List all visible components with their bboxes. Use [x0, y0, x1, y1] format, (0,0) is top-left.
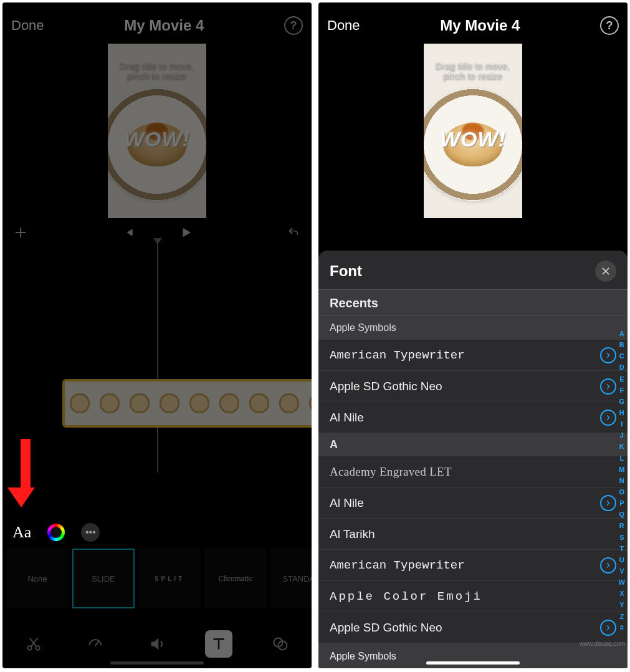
video-preview[interactable]: Drag title to move, pinch to resize WOW!	[108, 44, 206, 218]
index-letter[interactable]: Y	[619, 599, 625, 610]
title-preset[interactable]: Chromatic	[204, 549, 267, 608]
left-screenshot: Done My Movie 4 ? Drag title to move, pi…	[2, 2, 312, 668]
alphabet-index[interactable]: ABCDEFGHIJKLMNOPQRSTUVWXYZ#	[618, 290, 626, 643]
chevron-right-icon[interactable]	[600, 557, 616, 574]
chevron-right-icon[interactable]	[600, 378, 616, 395]
index-letter[interactable]: T	[619, 543, 625, 554]
title-preset[interactable]: STANDAR	[270, 549, 312, 608]
undo-icon[interactable]	[287, 226, 300, 239]
playhead[interactable]	[157, 242, 158, 473]
font-row[interactable]: Al Tarikh	[318, 519, 628, 550]
index-letter[interactable]: N	[619, 475, 625, 486]
index-letter[interactable]: A	[619, 328, 625, 339]
font-row[interactable]: Academy Engraved LET	[318, 456, 628, 487]
index-letter[interactable]: B	[619, 339, 625, 350]
play-icon[interactable]	[179, 226, 193, 239]
chevron-right-icon[interactable]	[600, 620, 616, 636]
project-title: My Movie 4	[124, 17, 204, 34]
index-letter[interactable]: E	[619, 373, 625, 385]
timeline[interactable]: T	[2, 242, 312, 473]
font-name: Al Nile	[330, 496, 364, 510]
home-indicator	[110, 661, 204, 665]
title-preset[interactable]: SLIDE	[72, 549, 135, 608]
index-letter[interactable]: O	[619, 486, 625, 497]
filters-tab-icon[interactable]	[267, 630, 294, 658]
index-letter[interactable]: V	[619, 565, 625, 577]
cut-tab-icon[interactable]	[20, 630, 47, 658]
font-name: American Typewriter	[330, 559, 465, 572]
index-letter[interactable]: G	[619, 396, 625, 407]
font-name: Apple Symbols	[330, 651, 396, 662]
font-button[interactable]: Aa	[12, 523, 31, 542]
font-picker-panel: Font Recents Apple Symbols American Type…	[318, 251, 628, 668]
index-letter[interactable]: D	[619, 362, 625, 373]
font-name: Academy Engraved LET	[330, 465, 452, 479]
index-letter[interactable]: F	[619, 385, 625, 396]
help-icon[interactable]: ?	[284, 16, 303, 35]
close-icon[interactable]	[595, 261, 616, 282]
watermark: www.deuaq.com	[580, 640, 625, 647]
font-row[interactable]: Apple Symbols	[318, 643, 628, 668]
font-row[interactable]: Apple Color Emoji	[318, 581, 628, 612]
index-letter[interactable]: Z	[619, 611, 625, 622]
font-name: Al Nile	[330, 411, 364, 425]
index-letter[interactable]: S	[619, 532, 625, 543]
preview-area: Drag title to move, pinch to resize WOW!	[318, 41, 628, 218]
index-letter[interactable]: P	[619, 497, 625, 509]
color-button[interactable]	[47, 524, 65, 541]
preview-area: Drag title to move, pinch to resize WOW!	[2, 41, 312, 218]
home-indicator	[426, 661, 520, 665]
font-row[interactable]: Al Nile	[318, 487, 628, 519]
font-row[interactable]: Apple SD Gothic Neo	[318, 612, 628, 643]
index-letter[interactable]: I	[619, 418, 625, 430]
title-preset[interactable]: SPLIT	[138, 549, 201, 608]
font-name: Al Tarikh	[330, 527, 375, 541]
chevron-right-icon[interactable]	[600, 410, 616, 426]
index-letter[interactable]: J	[619, 430, 625, 441]
font-row[interactable]: Apple SD Gothic Neo	[318, 371, 628, 402]
titles-tab-icon[interactable]	[205, 630, 232, 658]
font-name: Apple Color Emoji	[330, 590, 482, 603]
index-letter[interactable]: #	[619, 622, 625, 633]
editor-header: Done My Movie 4 ?	[318, 2, 628, 41]
font-row[interactable]: American Typewriter	[318, 340, 628, 371]
title-text[interactable]: WOW!	[424, 127, 522, 151]
index-letter[interactable]: H	[619, 407, 625, 418]
selected-clip[interactable]: T	[62, 379, 312, 428]
title-hint: Drag title to move, pinch to resize	[424, 61, 522, 81]
done-button[interactable]: Done	[11, 17, 44, 34]
video-preview[interactable]: Drag title to move, pinch to resize WOW!	[424, 44, 522, 218]
index-letter[interactable]: K	[619, 441, 625, 452]
skip-start-icon[interactable]	[122, 226, 135, 239]
speed-tab-icon[interactable]	[82, 630, 109, 658]
editor-header: Done My Movie 4 ?	[2, 2, 312, 41]
font-panel-title: Font	[330, 262, 362, 280]
add-icon[interactable]	[14, 226, 27, 239]
font-row[interactable]: American Typewriter	[318, 550, 628, 581]
index-letter[interactable]: Q	[619, 509, 625, 520]
title-text[interactable]: WOW!	[108, 127, 206, 151]
title-presets[interactable]: NoneSLIDESPLITChromaticSTANDAR	[2, 549, 312, 611]
title-hint: Drag title to move, pinch to resize	[108, 61, 206, 81]
chevron-right-icon[interactable]	[600, 347, 616, 363]
recents-header: Recents	[318, 290, 628, 315]
title-preset[interactable]: None	[6, 549, 69, 608]
font-name: Apple SD Gothic Neo	[330, 380, 442, 393]
more-options-button[interactable]: •••	[81, 523, 100, 542]
right-screenshot: Done My Movie 4 ? Drag title to move, pi…	[318, 2, 628, 668]
recent-font-item[interactable]: Apple Symbols	[318, 315, 628, 340]
annotation-arrow	[16, 439, 35, 507]
index-letter[interactable]: W	[619, 577, 625, 588]
help-icon[interactable]: ?	[600, 16, 619, 35]
section-letter: A	[318, 433, 628, 456]
volume-tab-icon[interactable]	[143, 630, 171, 658]
chevron-right-icon[interactable]	[600, 495, 616, 511]
index-letter[interactable]: M	[619, 464, 625, 475]
index-letter[interactable]: L	[619, 453, 625, 464]
font-row[interactable]: Al Nile	[318, 402, 628, 433]
done-button[interactable]: Done	[327, 17, 360, 34]
index-letter[interactable]: U	[619, 554, 625, 565]
index-letter[interactable]: X	[619, 588, 625, 599]
index-letter[interactable]: C	[619, 350, 625, 362]
index-letter[interactable]: R	[619, 520, 625, 531]
